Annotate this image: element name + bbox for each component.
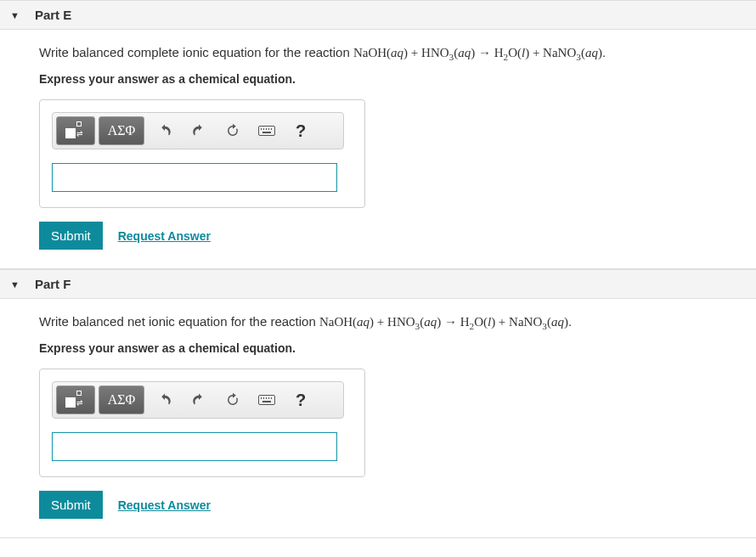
prompt-prefix: Write balanced complete ionic equation f… bbox=[39, 45, 353, 59]
submit-button[interactable]: Submit bbox=[39, 491, 103, 519]
request-answer-link[interactable]: Request Answer bbox=[118, 498, 211, 512]
template-icon: ⇌ bbox=[65, 392, 86, 408]
answer-input[interactable] bbox=[52, 432, 337, 461]
undo-icon bbox=[157, 392, 172, 408]
reaction-equation: NaOH(aq) + HNO3(aq) → H2O(l) + NaNO3(aq) bbox=[353, 46, 602, 59]
part-e-prompt: Write balanced complete ionic equation f… bbox=[39, 45, 717, 62]
greek-symbols-button[interactable]: ΑΣΦ bbox=[99, 116, 144, 145]
prompt-prefix: Write balanced net ionic equation for th… bbox=[39, 314, 319, 329]
reset-button[interactable] bbox=[216, 116, 250, 145]
reset-button[interactable] bbox=[216, 385, 250, 414]
reset-icon bbox=[225, 123, 240, 138]
part-e-title: Part E bbox=[35, 8, 71, 22]
answer-box: ⇌ ΑΣΦ ? bbox=[39, 99, 365, 208]
reaction-equation: NaOH(aq) + HNO3(aq) → H2O(l) + NaNO3(aq) bbox=[319, 315, 568, 329]
part-e-body: Write balanced complete ionic equation f… bbox=[0, 30, 756, 268]
undo-button[interactable] bbox=[148, 116, 182, 145]
part-f: ▼ Part F Write balanced net ionic equati… bbox=[0, 269, 756, 538]
part-f-header[interactable]: ▼ Part F bbox=[0, 269, 756, 299]
greek-symbols-button[interactable]: ΑΣΦ bbox=[99, 385, 144, 414]
redo-icon bbox=[191, 392, 206, 408]
keyboard-button[interactable] bbox=[250, 116, 284, 145]
part-e: ▼ Part E Write balanced complete ionic e… bbox=[0, 0, 756, 269]
request-answer-link[interactable]: Request Answer bbox=[118, 229, 211, 243]
prompt-suffix: . bbox=[602, 45, 606, 59]
undo-icon bbox=[157, 123, 172, 138]
redo-button[interactable] bbox=[182, 385, 216, 414]
keyboard-icon bbox=[258, 126, 275, 136]
answer-box: ⇌ ΑΣΦ ? bbox=[39, 369, 365, 477]
part-e-header[interactable]: ▼ Part E bbox=[0, 0, 756, 30]
templates-button[interactable]: ⇌ bbox=[56, 385, 95, 414]
redo-icon bbox=[191, 123, 206, 138]
caret-down-icon: ▼ bbox=[10, 10, 20, 20]
help-button[interactable]: ? bbox=[284, 116, 318, 145]
templates-button[interactable]: ⇌ bbox=[56, 116, 95, 145]
undo-button[interactable] bbox=[148, 385, 182, 414]
template-icon: ⇌ bbox=[65, 123, 86, 138]
formula-toolbar: ⇌ ΑΣΦ ? bbox=[52, 381, 344, 419]
formula-toolbar: ⇌ ΑΣΦ ? bbox=[52, 112, 344, 149]
part-e-instruction: Express your answer as a chemical equati… bbox=[39, 72, 717, 86]
part-f-body: Write balanced net ionic equation for th… bbox=[0, 299, 756, 537]
part-f-prompt: Write balanced net ionic equation for th… bbox=[39, 314, 717, 331]
keyboard-icon bbox=[258, 395, 275, 405]
part-f-title: Part F bbox=[35, 277, 71, 291]
reset-icon bbox=[225, 392, 240, 408]
submit-button[interactable]: Submit bbox=[39, 222, 103, 250]
caret-down-icon: ▼ bbox=[10, 279, 20, 290]
answer-input[interactable] bbox=[52, 163, 337, 192]
help-button[interactable]: ? bbox=[284, 385, 318, 414]
part-f-actions: Submit Request Answer bbox=[39, 491, 717, 519]
keyboard-button[interactable] bbox=[250, 385, 284, 414]
prompt-suffix: . bbox=[568, 314, 572, 329]
part-e-actions: Submit Request Answer bbox=[39, 222, 717, 250]
part-f-instruction: Express your answer as a chemical equati… bbox=[39, 341, 717, 355]
redo-button[interactable] bbox=[182, 116, 216, 145]
